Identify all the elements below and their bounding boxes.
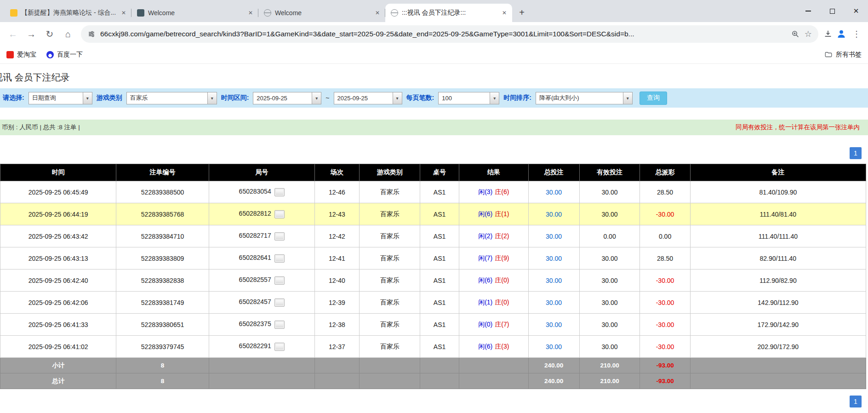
cell-total-bet: 30.00 xyxy=(528,270,579,292)
subtotal-row: 小计 8 240.00 210.00 -93.00 xyxy=(0,358,866,373)
bookmark-star-icon[interactable]: ☆ xyxy=(805,29,812,39)
round-video-icon[interactable] xyxy=(274,188,285,196)
forward-icon[interactable]: → xyxy=(23,26,40,42)
minimize-button[interactable] xyxy=(796,0,820,22)
browser-tab[interactable]: Welcome ✕ xyxy=(131,4,258,22)
round-video-icon[interactable] xyxy=(274,232,285,241)
pagination-page-button[interactable]: 1 xyxy=(850,147,862,159)
cell-note: 172.90/142.90 xyxy=(690,314,866,336)
toolbar-right: ⋮ xyxy=(823,29,863,40)
dropdown-arrow-icon[interactable]: ▾ xyxy=(623,92,633,104)
tab-close-icon[interactable]: ✕ xyxy=(246,9,255,17)
cell-note: 202.90/172.90 xyxy=(690,336,866,358)
cell-round: 650282375 xyxy=(209,314,314,336)
cell-time: 2025-09-25 06:43:42 xyxy=(0,225,116,247)
date-start-value[interactable] xyxy=(253,92,312,104)
bookmark-label: 百度一下 xyxy=(57,51,83,59)
cell-table-no: AS1 xyxy=(420,336,459,358)
folder-icon xyxy=(824,51,833,59)
table-row: 2025-09-25 06:42:06 522839381749 6502824… xyxy=(0,292,866,314)
column-header: 局号 xyxy=(209,164,314,181)
date-end-select[interactable]: ▾ xyxy=(334,92,402,104)
total-bet-link[interactable]: 30.00 xyxy=(546,211,562,218)
sort-select[interactable]: ▾ xyxy=(536,92,633,104)
new-tab-button[interactable]: + xyxy=(515,6,529,19)
dropdown-arrow-icon[interactable]: ▾ xyxy=(207,92,217,104)
total-bet-link[interactable]: 30.00 xyxy=(546,189,562,196)
result-player: 闲(6) xyxy=(478,343,492,350)
game-type-select[interactable]: ▾ xyxy=(126,92,217,104)
browser-tab[interactable]: Welcome ✕ xyxy=(258,4,385,22)
bookmark-baidu[interactable]: 百度一下 xyxy=(46,51,83,59)
date-start-select[interactable]: ▾ xyxy=(253,92,321,104)
total-bet-link[interactable]: 30.00 xyxy=(546,255,562,262)
menu-icon[interactable]: ⋮ xyxy=(850,29,863,39)
tab-close-icon[interactable]: ✕ xyxy=(120,9,128,17)
summary-note-text: 同局有效投注，统一计算在该局第一张注单内 xyxy=(736,123,860,132)
cell-bet-id: 522839385768 xyxy=(116,203,209,225)
game-type-value[interactable] xyxy=(126,92,207,104)
home-icon[interactable]: ⌂ xyxy=(60,26,76,42)
page-size-select[interactable]: ▾ xyxy=(438,92,499,104)
cell-time: 2025-09-25 06:41:33 xyxy=(0,314,116,336)
browser-window: 【新提醒】海燕策略论坛 - 综合... ✕ Welcome ✕ Welcome … xyxy=(0,0,868,413)
round-id: 650282717 xyxy=(239,232,271,239)
round-video-icon[interactable] xyxy=(274,210,285,218)
column-header: 总派彩 xyxy=(640,164,690,181)
maximize-button[interactable] xyxy=(820,0,844,22)
close-window-button[interactable]: ✕ xyxy=(844,0,868,22)
dropdown-arrow-icon[interactable]: ▾ xyxy=(490,92,499,104)
tab-close-icon[interactable]: ✕ xyxy=(373,9,382,17)
round-video-icon[interactable] xyxy=(274,254,285,263)
browser-tab[interactable]: :::视讯 会员下注纪录::: ✕ xyxy=(385,4,512,22)
total-bet-link[interactable]: 30.00 xyxy=(546,321,562,328)
total-bet-link[interactable]: 30.00 xyxy=(546,343,562,350)
cell-round: 650282812 xyxy=(209,203,314,225)
round-video-icon[interactable] xyxy=(274,298,285,307)
cell-result: 闲(3)庄(6) xyxy=(459,181,528,203)
total-bet-link[interactable]: 30.00 xyxy=(546,233,562,240)
cell-total-bet: 30.00 xyxy=(528,336,579,358)
table-row: 2025-09-25 06:43:42 522839384710 6502827… xyxy=(0,225,866,247)
cell-time: 2025-09-25 06:44:19 xyxy=(0,203,116,225)
round-video-icon[interactable] xyxy=(274,321,285,329)
tab-favicon-icon xyxy=(10,9,17,17)
date-end-value[interactable] xyxy=(334,92,393,104)
column-header: 场次 xyxy=(314,164,360,181)
page-size-value[interactable] xyxy=(438,92,490,104)
query-type-value[interactable] xyxy=(29,92,83,104)
tab-title: Welcome xyxy=(148,9,243,17)
dropdown-arrow-icon[interactable]: ▾ xyxy=(312,92,321,104)
search-button[interactable]: 查询 xyxy=(640,92,667,105)
round-video-icon[interactable] xyxy=(274,276,285,285)
zoom-icon[interactable] xyxy=(791,30,800,39)
url-text[interactable]: 66cxkj98.com/game/betrecord_search/kind3… xyxy=(100,30,787,38)
cell-time: 2025-09-25 06:42:40 xyxy=(0,270,116,292)
tab-close-icon[interactable]: ✕ xyxy=(500,9,508,17)
profile-icon[interactable] xyxy=(836,29,847,40)
sort-value[interactable] xyxy=(536,92,623,104)
bookmark-aitaobao[interactable]: 爱淘宝 xyxy=(6,51,36,59)
site-settings-icon[interactable] xyxy=(87,30,96,38)
cell-valid-bet: 30.00 xyxy=(579,181,640,203)
downloads-icon[interactable] xyxy=(823,29,833,39)
maximize-icon xyxy=(830,9,835,14)
query-type-select[interactable]: ▾ xyxy=(29,92,92,104)
back-icon[interactable]: ← xyxy=(5,26,21,42)
dropdown-arrow-icon[interactable]: ▾ xyxy=(83,92,92,104)
round-video-icon[interactable] xyxy=(274,343,285,351)
cell-payout: 0.00 xyxy=(640,225,690,247)
dropdown-arrow-icon[interactable]: ▾ xyxy=(393,92,402,104)
total-bet-link[interactable]: 30.00 xyxy=(546,299,562,306)
cell-round: 650282717 xyxy=(209,225,314,247)
all-bookmarks-button[interactable]: 所有书签 xyxy=(824,51,862,59)
total-valid-bet: 210.00 xyxy=(579,373,640,389)
browser-tab[interactable]: 【新提醒】海燕策略论坛 - 综合... ✕ xyxy=(5,4,131,22)
refresh-icon[interactable]: ↻ xyxy=(41,26,58,42)
total-bet-link[interactable]: 30.00 xyxy=(546,277,562,284)
address-bar[interactable]: 66cxkj98.com/game/betrecord_search/kind3… xyxy=(81,25,818,43)
pagination-page-button[interactable]: 1 xyxy=(850,396,862,407)
total-row: 总计 8 240.00 210.00 -93.00 xyxy=(0,373,866,389)
subtotal-payout: -93.00 xyxy=(640,358,690,373)
page-title: 视讯 会员下注纪录 xyxy=(0,71,868,84)
